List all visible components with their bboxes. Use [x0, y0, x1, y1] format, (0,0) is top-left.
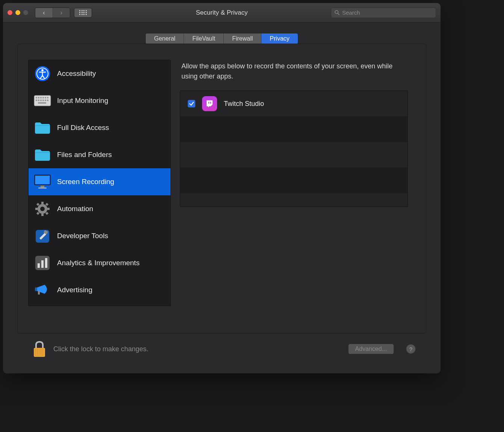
sidebar-item-developer-tools[interactable]: Developer Tools — [29, 222, 171, 249]
hammer-icon — [34, 227, 51, 245]
detail-description: Allow the apps below to record the conte… — [180, 60, 408, 91]
zoom-button — [23, 10, 28, 15]
sidebar-item-screen-recording[interactable]: Screen Recording — [29, 168, 171, 195]
grid-icon — [79, 10, 87, 15]
svg-rect-43 — [38, 291, 40, 295]
svg-rect-18 — [38, 102, 46, 104]
sidebar-item-label: Developer Tools — [57, 232, 108, 240]
traffic-lights — [8, 10, 28, 15]
svg-rect-23 — [35, 176, 50, 184]
megaphone-icon — [34, 281, 51, 299]
display-icon — [34, 173, 51, 190]
sidebar-item-label: Advertising — [57, 286, 92, 294]
sidebar-item-label: Input Monitoring — [57, 97, 108, 105]
svg-rect-45 — [210, 102, 211, 104]
gear-icon — [34, 200, 51, 218]
chevron-left-icon: ‹ — [43, 9, 45, 16]
tab-general[interactable]: General — [146, 33, 184, 44]
folder-icon — [34, 146, 51, 163]
svg-line-34 — [37, 213, 39, 214]
svg-line-32 — [46, 213, 48, 214]
show-all-button[interactable] — [74, 8, 92, 18]
accessibility-icon — [34, 65, 51, 82]
sidebar-item-label: Analytics & Improvements — [57, 259, 140, 267]
sidebar-item-input-monitoring[interactable]: Input Monitoring — [29, 87, 171, 114]
chevron-right-icon: › — [60, 9, 62, 16]
app-row-empty — [180, 193, 407, 207]
svg-rect-8 — [40, 97, 42, 98]
svg-rect-6 — [36, 97, 37, 98]
app-row-empty — [180, 168, 407, 193]
svg-line-33 — [46, 204, 48, 205]
sidebar-item-files-and-folders[interactable]: Files and Folders — [29, 141, 171, 168]
folder-icon — [34, 119, 51, 136]
svg-rect-39 — [38, 263, 40, 268]
forward-button: › — [53, 8, 70, 18]
svg-rect-15 — [42, 100, 44, 101]
privacy-sidebar: Accessibility Input Monitoring Full Disk… — [28, 60, 171, 306]
svg-line-31 — [37, 204, 39, 205]
lock-icon[interactable] — [32, 340, 47, 358]
svg-rect-44 — [208, 102, 209, 104]
footer: Click the lock to make changes. Advanced… — [17, 334, 426, 364]
check-icon — [189, 101, 194, 106]
sidebar-item-label: Files and Folders — [57, 151, 112, 159]
app-name: Twitch Studio — [224, 100, 264, 108]
svg-rect-16 — [45, 100, 46, 101]
svg-rect-20 — [35, 153, 50, 153]
svg-rect-9 — [42, 97, 44, 98]
svg-rect-14 — [40, 100, 42, 101]
svg-rect-12 — [36, 100, 37, 101]
svg-point-35 — [40, 207, 45, 211]
app-row-twitch-studio[interactable]: Twitch Studio — [180, 91, 407, 116]
tab-privacy[interactable]: Privacy — [261, 33, 297, 44]
keyboard-icon — [34, 92, 51, 109]
svg-rect-7 — [38, 97, 39, 98]
minimize-button[interactable] — [15, 10, 20, 15]
content-box: Accessibility Input Monitoring Full Disk… — [17, 44, 426, 334]
help-button[interactable]: ? — [406, 344, 416, 354]
svg-rect-13 — [38, 100, 39, 101]
nav-buttons: ‹ › — [35, 8, 70, 18]
chart-icon — [34, 254, 51, 272]
svg-rect-11 — [47, 97, 48, 98]
app-list: Twitch Studio — [180, 91, 408, 207]
back-button[interactable]: ‹ — [35, 8, 53, 18]
body: General FileVault Firewall Privacy Acces… — [3, 23, 441, 373]
svg-point-4 — [41, 69, 44, 71]
close-button[interactable] — [8, 10, 12, 15]
search-input[interactable] — [342, 9, 433, 16]
twitch-studio-icon — [202, 96, 217, 111]
app-row-empty — [180, 142, 407, 168]
svg-rect-40 — [41, 260, 44, 268]
titlebar: ‹ › Security & Privacy — [3, 3, 441, 23]
search-icon — [334, 10, 340, 15]
svg-line-1 — [338, 13, 339, 15]
sidebar-item-label: Screen Recording — [57, 178, 114, 186]
svg-rect-19 — [35, 125, 50, 126]
svg-rect-17 — [47, 100, 48, 101]
svg-rect-24 — [41, 186, 44, 187]
search-field[interactable] — [331, 8, 436, 18]
sidebar-item-label: Accessibility — [57, 69, 96, 78]
app-row-empty — [180, 116, 407, 142]
sidebar-item-automation[interactable]: Automation — [29, 195, 171, 222]
tab-firewall[interactable]: Firewall — [223, 33, 261, 44]
svg-rect-10 — [45, 97, 46, 98]
sidebar-item-advertising[interactable]: Advertising — [29, 276, 171, 304]
preferences-window: ‹ › Security & Privacy General FileVault… — [3, 3, 441, 373]
sidebar-item-accessibility[interactable]: Accessibility — [29, 60, 171, 87]
lock-text: Click the lock to make changes. — [53, 345, 341, 353]
svg-rect-41 — [45, 258, 47, 268]
svg-rect-42 — [35, 287, 37, 291]
sidebar-item-label: Full Disk Access — [57, 124, 109, 132]
tabs: General FileVault Firewall Privacy — [17, 33, 426, 44]
app-checkbox[interactable] — [188, 100, 195, 107]
tab-filevault[interactable]: FileVault — [184, 33, 223, 44]
advanced-button[interactable]: Advanced... — [348, 344, 394, 354]
sidebar-item-full-disk-access[interactable]: Full Disk Access — [29, 114, 171, 141]
detail-pane: Allow the apps below to record the conte… — [180, 60, 408, 323]
sidebar-item-label: Automation — [57, 205, 93, 213]
svg-rect-25 — [38, 187, 47, 189]
sidebar-item-analytics[interactable]: Analytics & Improvements — [29, 249, 171, 276]
